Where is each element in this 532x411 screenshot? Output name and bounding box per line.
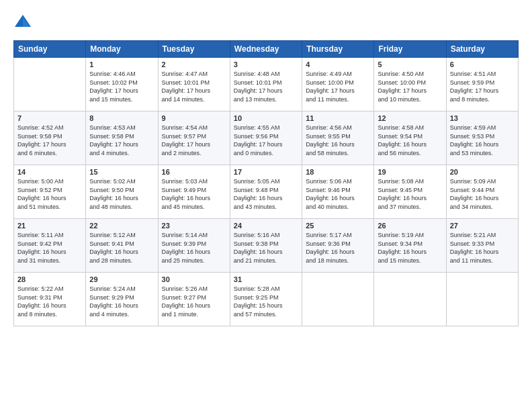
day-cell: 22Sunrise: 5:12 AM Sunset: 9:41 PM Dayli… <box>86 219 158 273</box>
day-number: 20 <box>450 168 515 176</box>
day-info: Sunrise: 4:49 AM Sunset: 10:00 PM Daylig… <box>306 70 370 103</box>
header-row: SundayMondayTuesdayWednesdayThursdayFrid… <box>14 41 519 58</box>
week-row-5: 28Sunrise: 5:22 AM Sunset: 9:31 PM Dayli… <box>14 273 519 326</box>
day-info: Sunrise: 5:19 AM Sunset: 9:34 PM Dayligh… <box>378 231 442 265</box>
day-number: 7 <box>17 114 82 122</box>
day-number: 16 <box>162 168 226 176</box>
day-number: 23 <box>162 222 226 230</box>
day-info: Sunrise: 5:11 AM Sunset: 9:42 PM Dayligh… <box>17 231 82 265</box>
day-cell: 28Sunrise: 5:22 AM Sunset: 9:31 PM Dayli… <box>14 273 86 326</box>
day-info: Sunrise: 4:54 AM Sunset: 9:57 PM Dayligh… <box>162 124 226 157</box>
day-cell: 23Sunrise: 5:14 AM Sunset: 9:39 PM Dayli… <box>158 219 230 273</box>
day-info: Sunrise: 4:47 AM Sunset: 10:01 PM Daylig… <box>162 70 226 103</box>
day-info: Sunrise: 4:55 AM Sunset: 9:56 PM Dayligh… <box>234 124 298 157</box>
day-info: Sunrise: 4:51 AM Sunset: 9:59 PM Dayligh… <box>450 70 515 103</box>
calendar-table: SundayMondayTuesdayWednesdayThursdayFrid… <box>13 40 519 326</box>
day-cell: 4Sunrise: 4:49 AM Sunset: 10:00 PM Dayli… <box>302 58 374 111</box>
day-number: 26 <box>378 222 442 230</box>
svg-marker-1 <box>23 17 30 27</box>
day-cell: 5Sunrise: 4:50 AM Sunset: 10:00 PM Dayli… <box>374 58 446 111</box>
header <box>13 12 519 31</box>
col-header-sunday: Sunday <box>14 41 86 58</box>
day-number: 31 <box>234 275 298 283</box>
day-number: 15 <box>89 168 154 176</box>
day-number: 22 <box>89 222 154 230</box>
col-header-thursday: Thursday <box>302 41 374 58</box>
day-cell <box>302 273 374 326</box>
day-number: 25 <box>306 222 370 230</box>
day-number: 8 <box>89 114 154 122</box>
day-number: 6 <box>450 60 515 68</box>
day-number: 12 <box>378 114 442 122</box>
day-cell: 18Sunrise: 5:06 AM Sunset: 9:46 PM Dayli… <box>302 165 374 219</box>
week-row-3: 14Sunrise: 5:00 AM Sunset: 9:52 PM Dayli… <box>14 165 519 219</box>
day-cell <box>374 273 446 326</box>
day-number: 9 <box>162 114 226 122</box>
day-cell: 30Sunrise: 5:26 AM Sunset: 9:27 PM Dayli… <box>158 273 230 326</box>
day-cell: 14Sunrise: 5:00 AM Sunset: 9:52 PM Dayli… <box>14 165 86 219</box>
day-info: Sunrise: 4:50 AM Sunset: 10:00 PM Daylig… <box>378 70 442 103</box>
day-cell: 20Sunrise: 5:09 AM Sunset: 9:44 PM Dayli… <box>446 165 518 219</box>
week-row-4: 21Sunrise: 5:11 AM Sunset: 9:42 PM Dayli… <box>14 219 519 273</box>
day-cell: 1Sunrise: 4:46 AM Sunset: 10:02 PM Dayli… <box>86 58 158 111</box>
day-info: Sunrise: 5:26 AM Sunset: 9:27 PM Dayligh… <box>162 285 226 318</box>
day-number: 30 <box>162 275 226 283</box>
day-number: 17 <box>234 168 298 176</box>
day-number: 29 <box>89 275 154 283</box>
day-number: 18 <box>306 168 370 176</box>
day-cell: 15Sunrise: 5:02 AM Sunset: 9:50 PM Dayli… <box>86 165 158 219</box>
col-header-friday: Friday <box>374 41 446 58</box>
day-cell: 31Sunrise: 5:28 AM Sunset: 9:25 PM Dayli… <box>230 273 302 326</box>
day-cell: 9Sunrise: 4:54 AM Sunset: 9:57 PM Daylig… <box>158 111 230 165</box>
day-number: 1 <box>89 60 154 68</box>
day-info: Sunrise: 5:03 AM Sunset: 9:49 PM Dayligh… <box>162 177 226 211</box>
day-info: Sunrise: 5:06 AM Sunset: 9:46 PM Dayligh… <box>306 177 370 211</box>
day-info: Sunrise: 5:00 AM Sunset: 9:52 PM Dayligh… <box>17 177 82 211</box>
day-info: Sunrise: 5:08 AM Sunset: 9:45 PM Dayligh… <box>378 177 442 211</box>
day-number: 4 <box>306 60 370 68</box>
day-number: 14 <box>17 168 82 176</box>
day-cell: 7Sunrise: 4:52 AM Sunset: 9:58 PM Daylig… <box>14 111 86 165</box>
day-cell: 12Sunrise: 4:58 AM Sunset: 9:54 PM Dayli… <box>374 111 446 165</box>
day-info: Sunrise: 4:58 AM Sunset: 9:54 PM Dayligh… <box>378 124 442 157</box>
day-cell <box>14 58 86 111</box>
day-info: Sunrise: 5:21 AM Sunset: 9:33 PM Dayligh… <box>450 231 515 265</box>
day-cell: 3Sunrise: 4:48 AM Sunset: 10:01 PM Dayli… <box>230 58 302 111</box>
day-number: 11 <box>306 114 370 122</box>
day-info: Sunrise: 4:52 AM Sunset: 9:58 PM Dayligh… <box>17 124 82 157</box>
week-row-1: 1Sunrise: 4:46 AM Sunset: 10:02 PM Dayli… <box>14 58 519 111</box>
day-number: 2 <box>162 60 226 68</box>
day-number: 21 <box>17 222 82 230</box>
day-cell: 8Sunrise: 4:53 AM Sunset: 9:58 PM Daylig… <box>86 111 158 165</box>
col-header-tuesday: Tuesday <box>158 41 230 58</box>
day-info: Sunrise: 5:05 AM Sunset: 9:48 PM Dayligh… <box>234 177 298 211</box>
day-cell: 29Sunrise: 5:24 AM Sunset: 9:29 PM Dayli… <box>86 273 158 326</box>
col-header-monday: Monday <box>86 41 158 58</box>
day-info: Sunrise: 4:48 AM Sunset: 10:01 PM Daylig… <box>234 70 298 103</box>
day-cell <box>446 273 518 326</box>
day-info: Sunrise: 5:02 AM Sunset: 9:50 PM Dayligh… <box>89 177 154 211</box>
day-number: 3 <box>234 60 298 68</box>
day-cell: 19Sunrise: 5:08 AM Sunset: 9:45 PM Dayli… <box>374 165 446 219</box>
day-info: Sunrise: 5:17 AM Sunset: 9:36 PM Dayligh… <box>306 231 370 265</box>
day-info: Sunrise: 5:16 AM Sunset: 9:38 PM Dayligh… <box>234 231 298 265</box>
day-info: Sunrise: 4:53 AM Sunset: 9:58 PM Dayligh… <box>89 124 154 157</box>
logo <box>13 12 35 31</box>
day-number: 5 <box>378 60 442 68</box>
day-cell: 24Sunrise: 5:16 AM Sunset: 9:38 PM Dayli… <box>230 219 302 273</box>
day-number: 28 <box>17 275 82 283</box>
page: SundayMondayTuesdayWednesdayThursdayFrid… <box>0 0 532 333</box>
day-cell: 26Sunrise: 5:19 AM Sunset: 9:34 PM Dayli… <box>374 219 446 273</box>
day-cell: 13Sunrise: 4:59 AM Sunset: 9:53 PM Dayli… <box>446 111 518 165</box>
day-cell: 11Sunrise: 4:56 AM Sunset: 9:55 PM Dayli… <box>302 111 374 165</box>
week-row-2: 7Sunrise: 4:52 AM Sunset: 9:58 PM Daylig… <box>14 111 519 165</box>
day-info: Sunrise: 5:14 AM Sunset: 9:39 PM Dayligh… <box>162 231 226 265</box>
day-cell: 27Sunrise: 5:21 AM Sunset: 9:33 PM Dayli… <box>446 219 518 273</box>
day-info: Sunrise: 5:24 AM Sunset: 9:29 PM Dayligh… <box>89 285 154 318</box>
day-info: Sunrise: 4:46 AM Sunset: 10:02 PM Daylig… <box>89 70 154 103</box>
day-cell: 16Sunrise: 5:03 AM Sunset: 9:49 PM Dayli… <box>158 165 230 219</box>
day-info: Sunrise: 4:59 AM Sunset: 9:53 PM Dayligh… <box>450 124 515 157</box>
col-header-saturday: Saturday <box>446 41 518 58</box>
day-cell: 6Sunrise: 4:51 AM Sunset: 9:59 PM Daylig… <box>446 58 518 111</box>
day-info: Sunrise: 5:28 AM Sunset: 9:25 PM Dayligh… <box>234 285 298 318</box>
